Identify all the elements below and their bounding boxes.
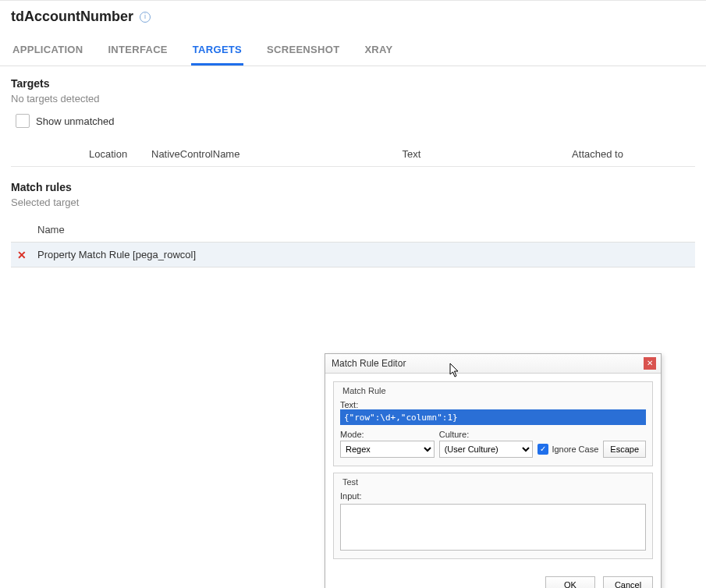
group-matchrule-title: Match Rule: [340, 386, 388, 395]
mode-select[interactable]: Regex: [340, 441, 435, 458]
matchrules-heading: Match rules: [11, 181, 695, 193]
match-rule-editor-dialog: Match Rule Editor ✕ Match Rule Text: Mod…: [325, 353, 662, 588]
text-input[interactable]: [340, 409, 646, 425]
mode-label: Mode:: [340, 430, 435, 439]
match-rule-label: Property Match Rule [pega_rowcol]: [37, 249, 196, 260]
dialog-title: Match Rule Editor: [332, 358, 406, 369]
text-label: Text:: [340, 400, 646, 409]
col-native: NativeControlName: [151, 148, 323, 160]
info-icon[interactable]: i: [140, 12, 151, 23]
targets-empty: No targets detected: [11, 93, 695, 104]
close-icon[interactable]: ✕: [644, 357, 656, 370]
show-unmatched-checkbox[interactable]: [16, 114, 30, 128]
tab-screenshot[interactable]: SCREENSHOT: [265, 36, 341, 66]
ok-button[interactable]: OK: [545, 576, 595, 588]
targets-table-header: Location NativeControlName Text Attached…: [11, 142, 695, 167]
tab-targets[interactable]: TARGETS: [191, 36, 243, 66]
escape-button[interactable]: Escape: [603, 441, 646, 458]
input-label: Input:: [340, 491, 646, 501]
ignorecase-checkbox[interactable]: ✓: [537, 444, 548, 455]
culture-label: Culture:: [439, 430, 534, 439]
group-test-title: Test: [340, 477, 360, 487]
matchrules-sub: Selected target: [11, 197, 695, 208]
tab-xray[interactable]: XRAY: [363, 36, 394, 66]
col-attached: Attached to: [500, 148, 695, 160]
cancel-button[interactable]: Cancel: [603, 576, 653, 588]
match-rule-row[interactable]: ✕ Property Match Rule [pega_rowcol]: [11, 243, 695, 267]
tab-interface[interactable]: INTERFACE: [106, 36, 169, 66]
col-location: Location: [11, 148, 151, 160]
error-icon: ✕: [14, 250, 30, 260]
show-unmatched-label: Show unmatched: [36, 115, 114, 127]
ignorecase-label: Ignore Case: [552, 445, 598, 454]
test-input[interactable]: [340, 504, 646, 551]
culture-select[interactable]: (User Culture): [439, 441, 534, 458]
tab-application[interactable]: APPLICATION: [11, 36, 84, 66]
page-title: tdAccountNumber: [11, 9, 133, 25]
targets-heading: Targets: [11, 77, 695, 90]
tab-bar: APPLICATION INTERFACE TARGETS SCREENSHOT…: [0, 36, 706, 66]
col-text: Text: [323, 148, 500, 160]
col-name: Name: [11, 224, 65, 236]
